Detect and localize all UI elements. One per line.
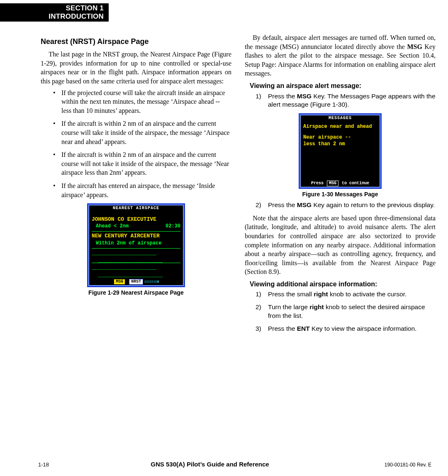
gps-screen-messages: MESSAGES Airspace near and ahead Near ai…: [299, 113, 382, 189]
page-heading: Nearest (NRST) Airspace Page: [41, 37, 231, 46]
msg-annunciator: MSG: [114, 279, 125, 284]
list-item: If the aircraft is within 2 nm of an air…: [59, 150, 231, 177]
step-item: 1) Press the MSG Key. The Messages Page …: [263, 92, 436, 110]
intro-paragraph: The last page in the NRST group, the Nea…: [41, 50, 231, 85]
gps-title: MESSAGES: [300, 115, 380, 122]
figure-caption: Figure 1-29 Nearest Airspace Page: [41, 289, 231, 297]
subheading-view-alert: Viewing an airspace alert message:: [250, 81, 436, 90]
list-item: If the projected course will take the ai…: [59, 88, 231, 115]
gps-footer: MSG NRST▯▯▯▯▯▯▯▮: [88, 278, 184, 286]
gps-body: Airspace near and ahead Near airspace --…: [300, 122, 380, 180]
gps-body: JOHNSON CO EXECUTIVE Ahead < 2nm 02:30 N…: [88, 212, 184, 278]
list-item: If the aircraft has entered an airspace,…: [59, 181, 231, 199]
message-line: Near airspace --: [303, 134, 377, 141]
figure-1-30: MESSAGES Airspace near and ahead Near ai…: [245, 113, 436, 198]
step-item: 1) Press the small right knob to activat…: [263, 290, 436, 299]
message-line: less than 2 nm: [303, 141, 377, 147]
section-tab: SECTION 1 INTRODUCTION: [0, 3, 109, 22]
section-line2: INTRODUCTION: [0, 12, 104, 21]
steps-view-alert: 1) Press the MSG Key. The Messages Page …: [256, 92, 436, 110]
nrst-tag: NRST: [129, 279, 143, 285]
page-number: 1-18: [38, 461, 63, 469]
msg-key-hint: MSG: [327, 181, 338, 186]
airspace-name: JOHNSON CO EXECUTIVE: [92, 216, 180, 223]
gps-row-empty: ____________________ ___________________…: [92, 248, 180, 261]
figure-1-29: NEAREST AIRSPACE JOHNSON CO EXECUTIVE Ah…: [41, 203, 231, 297]
step-item: 3) Press the ENT Key to view the airspac…: [263, 325, 436, 333]
figure-caption: Figure 1-30 Messages Page: [245, 190, 436, 198]
step-item: 2) Turn the large right knob to select t…: [263, 303, 436, 320]
gps-row-empty: ____________________ ___________________…: [92, 263, 180, 276]
gps-footer: Press MSG to continue: [300, 180, 380, 188]
gps-row: NEW CENTURY AIRCENTER Within 2nm of airs…: [92, 231, 180, 247]
paragraph: By default, airspace alert messages are …: [245, 33, 436, 78]
airspace-time: 02:30: [166, 223, 180, 229]
alert-criteria-list: If the projected course will take the ai…: [51, 88, 231, 200]
paragraph: Note that the airspace alerts are based …: [245, 214, 436, 276]
document-revision: 190-00181-00 Rev. E: [357, 461, 431, 468]
list-item: If the aircraft is within 2 nm of an air…: [59, 119, 231, 146]
gps-row: JOHNSON CO EXECUTIVE Ahead < 2nm 02:30: [92, 215, 180, 230]
message-line: Airspace near and ahead: [303, 123, 377, 130]
document-title: GNS 530(A) Pilot’s Guide and Reference: [63, 460, 357, 469]
airspace-status: Ahead < 2nm: [92, 223, 129, 229]
gps-title: NEAREST AIRSPACE: [88, 205, 184, 212]
steps-view-additional: 1) Press the small right knob to activat…: [256, 290, 436, 333]
airspace-name: NEW CENTURY AIRCENTER: [92, 232, 180, 240]
gps-screen-nearest-airspace: NEAREST AIRSPACE JOHNSON CO EXECUTIVE Ah…: [87, 203, 185, 287]
step-item: 2) Press the MSG Key again to return to …: [263, 201, 436, 210]
page-footer: 1-18 GNS 530(A) Pilot’s Guide and Refere…: [38, 460, 431, 469]
subheading-view-additional: Viewing additional airspace information:: [250, 280, 436, 289]
airspace-status: Within 2nm of airspace: [92, 240, 180, 247]
section-line1: SECTION 1: [0, 4, 104, 12]
main-content: Nearest (NRST) Airspace Page The last pa…: [41, 33, 436, 451]
steps-view-alert-cont: 2) Press the MSG Key again to return to …: [256, 201, 436, 210]
